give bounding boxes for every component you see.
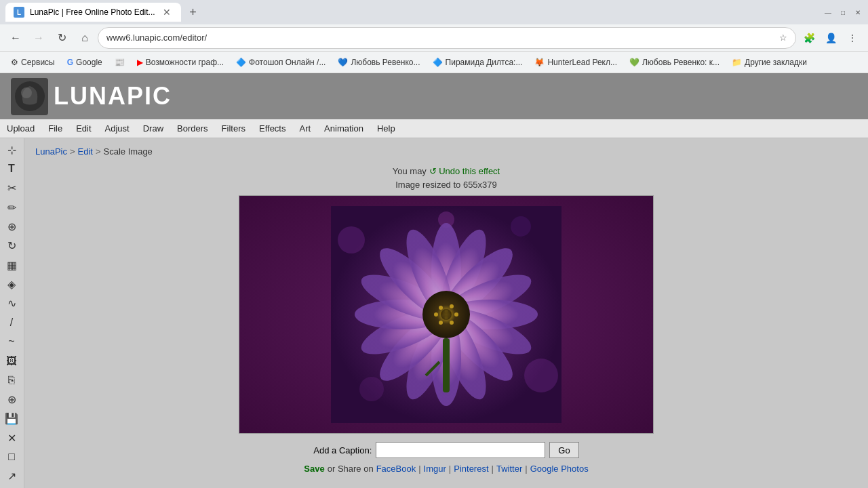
menu-adjust[interactable]: Adjust — [98, 119, 136, 138]
close-button[interactable]: ✕ — [853, 7, 863, 17]
breadcrumb-edit[interactable]: Edit — [78, 146, 93, 157]
bookmark-icon-vozm: ▶ — [137, 58, 143, 67]
bookmark-label-hunter: HunterLead Рекл... — [547, 58, 617, 67]
bookmark-label-fotoshop: Фотошоп Онлайн /... — [249, 58, 326, 67]
star-icon[interactable]: ☆ — [779, 33, 787, 43]
share-sep-4: | — [525, 464, 527, 474]
menu-help[interactable]: Help — [370, 119, 402, 138]
tool-gallery[interactable]: 🖼 — [0, 352, 23, 370]
menu-file[interactable]: File — [41, 119, 69, 138]
tool-close[interactable]: ✕ — [0, 429, 23, 447]
bookmark-news[interactable]: 📰 — [109, 54, 130, 70]
bookmark-google[interactable]: G Google — [62, 54, 108, 70]
back-button[interactable]: ← — [5, 28, 26, 48]
bookmark-icon-google: G — [67, 58, 73, 67]
tool-select[interactable]: ⊹ — [0, 141, 23, 159]
extensions-button[interactable]: 🧩 — [799, 28, 819, 48]
tool-rotate[interactable]: ↻ — [0, 237, 23, 255]
breadcrumb: LunaPic > Edit > Scale Image — [30, 144, 863, 161]
bookmark-fotoshop[interactable]: 🔷 Фотошоп Онлайн /... — [231, 54, 331, 70]
menu-effects[interactable]: Effects — [252, 119, 293, 138]
bookmark-icon-other: 📁 — [732, 58, 742, 67]
menu-animation[interactable]: Animation — [317, 119, 370, 138]
lunapic-header: LUNAPIC — [0, 73, 868, 119]
bookmark-other[interactable]: 📁 Другие закладки — [726, 54, 812, 70]
share-sep-1: | — [418, 464, 420, 474]
new-tab-button[interactable]: + — [184, 3, 203, 22]
content-area: LunaPic > Edit > Scale Image You may ↺ U… — [24, 138, 868, 488]
share-googlephotos[interactable]: Google Photos — [530, 464, 589, 474]
tool-clone[interactable]: ⎘ — [0, 371, 23, 389]
tool-crop[interactable]: ✂ — [0, 180, 23, 197]
caption-label: Add a Caption: — [313, 445, 372, 455]
svg-point-30 — [434, 312, 438, 317]
caption-input[interactable] — [376, 442, 545, 458]
caption-area: Add a Caption: Go — [313, 442, 578, 458]
bookmark-lubov[interactable]: 💙 Любовь Ревенко... — [332, 54, 425, 70]
menu-art[interactable]: Art — [292, 119, 317, 138]
notice-prefix: You may — [393, 166, 427, 176]
svg-point-29 — [439, 321, 443, 325]
menu-upload[interactable]: Upload — [0, 119, 41, 138]
maximize-button[interactable]: □ — [838, 7, 848, 17]
menu-borders[interactable]: Borders — [170, 119, 215, 138]
bookmark-hunter[interactable]: 🦊 HunterLead Рекл... — [529, 54, 623, 70]
address-text: www6.lunapic.com/editor/ — [106, 33, 779, 43]
address-bar[interactable]: www6.lunapic.com/editor/ ☆ — [98, 27, 796, 49]
tab-title: LunaPic | Free Online Photo Edit... — [30, 7, 155, 17]
go-button[interactable]: Go — [549, 442, 578, 458]
bookmark-icon-servisy: ⚙ — [11, 58, 18, 67]
tool-paint[interactable]: ✏ — [0, 199, 23, 216]
share-imgur[interactable]: Imgur — [424, 464, 446, 474]
account-button[interactable]: 👤 — [821, 28, 841, 48]
address-icons: ☆ — [779, 33, 787, 43]
tool-text[interactable]: T — [0, 160, 23, 178]
menu-button[interactable]: ⋮ — [842, 28, 863, 48]
save-link[interactable]: Save — [304, 464, 324, 474]
breadcrumb-sep-2: > — [96, 146, 101, 157]
tool-gradient[interactable]: ▦ — [0, 256, 23, 274]
svg-point-5 — [524, 359, 558, 392]
bookmark-label-lubov: Любовь Ревенко... — [351, 58, 420, 67]
tool-overlay[interactable]: ⊕ — [0, 390, 23, 408]
svg-rect-36 — [443, 338, 450, 392]
share-pinterest[interactable]: Pinterest — [454, 464, 488, 474]
bookmarks-bar: ⚙ Сервисы G Google 📰 ▶ Возможности граф.… — [0, 52, 868, 73]
bookmark-vozm[interactable]: ▶ Возможности граф... — [132, 54, 229, 70]
tab-close-button[interactable]: ✕ — [161, 6, 173, 18]
forward-button[interactable]: → — [28, 28, 49, 48]
menu-edit[interactable]: Edit — [69, 119, 98, 138]
share-facebook[interactable]: FaceBook — [376, 464, 416, 474]
menu-draw[interactable]: Draw — [136, 119, 170, 138]
svg-point-6 — [359, 377, 384, 401]
tool-blank[interactable]: □ — [0, 448, 23, 466]
svg-point-27 — [454, 312, 458, 317]
menu-filters[interactable]: Filters — [215, 119, 252, 138]
tool-brush[interactable]: ∿ — [0, 295, 23, 312]
share-twitter[interactable]: Twitter — [496, 464, 522, 474]
tab-favicon: L — [14, 7, 24, 18]
tool-share[interactable]: ↗ — [0, 468, 23, 485]
bookmark-servisy[interactable]: ⚙ Сервисы — [5, 54, 60, 70]
svg-point-35 — [441, 309, 452, 320]
svg-point-1 — [21, 87, 32, 98]
bookmark-lubov2[interactable]: 💚 Любовь Ревенко: к... — [624, 54, 725, 70]
bookmark-piramida[interactable]: 🔷 Пирамида Дилтса:... — [427, 54, 528, 70]
undo-link[interactable]: Undo this effect — [439, 166, 500, 176]
breadcrumb-sep-1: > — [70, 146, 75, 157]
minimize-button[interactable]: — — [823, 7, 833, 17]
reload-button[interactable]: ↻ — [52, 28, 72, 48]
home-button[interactable]: ⌂ — [75, 28, 95, 48]
tool-save[interactable]: 💾 — [0, 410, 23, 428]
tool-zoom[interactable]: ⊕ — [0, 218, 23, 235]
browser-navbar: ← → ↻ ⌂ www6.lunapic.com/editor/ ☆ 🧩 👤 ⋮ — [0, 24, 868, 52]
svg-point-28 — [450, 321, 454, 325]
browser-tab[interactable]: L LunaPic | Free Online Photo Edit... ✕ — [5, 3, 181, 22]
flower-svg — [331, 206, 561, 423]
breadcrumb-lunapic[interactable]: LunaPic — [35, 146, 67, 157]
menu-bar: Upload File Edit Adjust Draw Borders Fil… — [0, 119, 868, 138]
tool-line[interactable]: / — [0, 314, 23, 331]
bookmark-icon-hunter: 🦊 — [534, 58, 545, 67]
tool-fill[interactable]: ◈ — [0, 275, 23, 293]
tool-smudge[interactable]: ~ — [0, 333, 23, 350]
